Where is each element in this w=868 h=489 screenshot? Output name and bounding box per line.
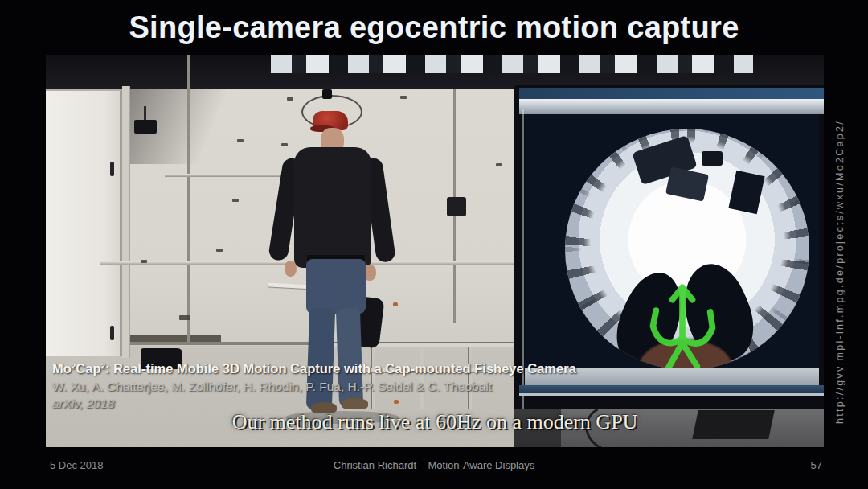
citation-block: Mo²Cap²: Real-time Mobile 3D Motion Capt… — [52, 360, 576, 412]
wall-marker — [496, 163, 502, 166]
wall-marker — [232, 199, 239, 202]
door-frame — [122, 86, 130, 358]
ceiling-lights — [271, 55, 753, 73]
monitor-top-bar — [519, 88, 824, 99]
wall-marker — [237, 139, 244, 142]
subtitle-caption: Our method runs live at 60Hz on a modern… — [46, 410, 824, 434]
left-hand — [285, 261, 297, 277]
green-skeleton-overlay-icon — [634, 272, 731, 368]
door-hinge — [110, 162, 114, 176]
page-title: Single-camera egocentric motion capture — [0, 10, 868, 45]
wall-marker — [287, 97, 293, 101]
video-frame: Mo²Cap²: Real-time Mobile 3D Motion Capt… — [46, 55, 824, 447]
window-titlebar — [519, 99, 824, 114]
jeans — [306, 259, 366, 314]
wall-marker — [400, 96, 407, 99]
cap-camera-icon — [322, 89, 332, 99]
camera-mount — [144, 106, 146, 121]
lab-door — [46, 89, 122, 356]
project-url: http://gvv.mpi-inf.mpg.de/projects/wxu/M… — [834, 87, 847, 457]
wall-marker — [179, 315, 190, 320]
wall-marker — [216, 249, 223, 252]
wall-marker — [141, 260, 147, 263]
footer-credit: Christian Richardt – Motion-Aware Displa… — [0, 459, 868, 471]
mocap-camera-icon — [134, 120, 157, 134]
ceiling-equipment — [702, 151, 723, 166]
door-hinge — [110, 326, 114, 340]
crossbar — [165, 174, 300, 177]
mocap-camera-icon — [447, 197, 466, 216]
citation-venue: arXiv, 2018 — [52, 395, 576, 412]
orange-marker — [393, 302, 398, 306]
presentation-slide: Single-camera egocentric motion capture — [0, 0, 868, 489]
wall-marker — [281, 143, 288, 146]
tripod-pole — [187, 55, 190, 342]
page-number: 57 — [811, 459, 822, 471]
citation-authors: W. Xu, A. Chatterjee, M. Zollhöfer, H. R… — [52, 378, 576, 395]
black-shirt — [294, 147, 371, 268]
monitor-screen — [525, 114, 819, 368]
citation-title: Mo²Cap²: Real-time Mobile 3D Motion Capt… — [52, 360, 576, 378]
fisheye-view — [565, 129, 809, 368]
